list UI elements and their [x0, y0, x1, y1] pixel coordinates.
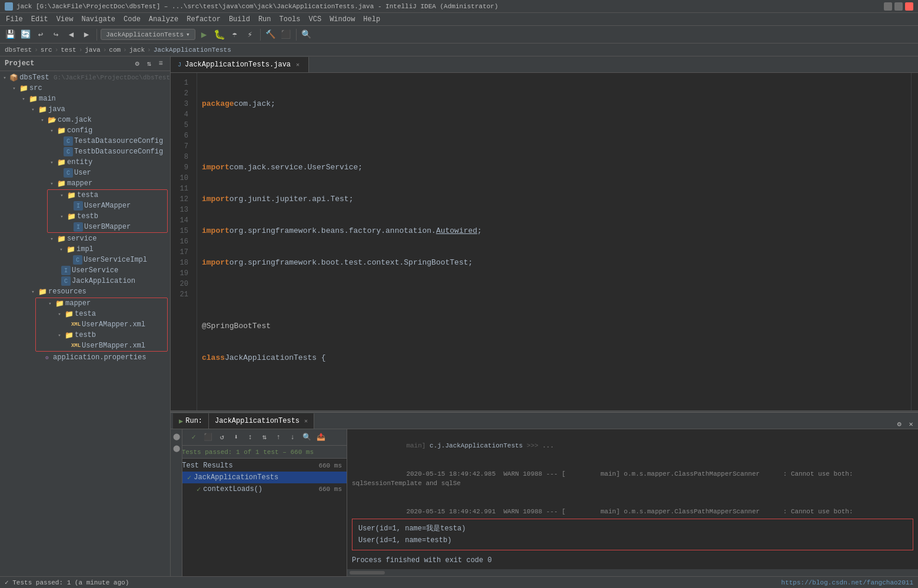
tree-testa[interactable]: ▾ 📁 testa — [48, 190, 167, 201]
tree-jackapplication[interactable]: C JackApplication — [0, 276, 170, 286]
synchronize-btn[interactable]: 🔄 — [19, 28, 32, 41]
breadcrumb-test[interactable]: test — [61, 46, 76, 54]
tree-resources-label: resources — [48, 288, 87, 296]
console-content[interactable]: main] c.j.JackApplicationTests >>> ... 2… — [347, 429, 918, 515]
test-up-btn[interactable]: ↑ — [272, 431, 285, 444]
tree-testb-res[interactable]: ▾ 📁 testb — [36, 330, 167, 340]
jacktests-tab[interactable]: JackApplicationTests ✕ — [209, 413, 314, 429]
breadcrumb-src[interactable]: src — [41, 46, 52, 54]
menu-edit[interactable]: Edit — [28, 14, 52, 25]
test-expand-btn[interactable]: ⇅ — [258, 431, 271, 444]
test-search-btn[interactable]: 🔍 — [300, 431, 313, 444]
run-tab[interactable]: ▶ Run: — [173, 413, 209, 429]
close-btn[interactable] — [905, 2, 913, 11]
tree-userbmapper[interactable]: I UserBMapper — [48, 222, 167, 232]
search-everywhere-btn[interactable]: 🔍 — [300, 28, 313, 41]
menu-vcs[interactable]: VCS — [305, 14, 325, 25]
minimize-btn[interactable] — [884, 2, 892, 11]
run-tab-icon: ▶ — [179, 417, 183, 426]
bottom-close-icon[interactable]: ✕ — [906, 419, 916, 429]
tree-java-main[interactable]: ▾ 📁 java — [0, 104, 170, 115]
tree-resources[interactable]: ▾ 📁 resources — [0, 286, 170, 297]
sidebar-settings-icon[interactable]: ⚙ — [132, 59, 142, 68]
test-contextloads[interactable]: ✓ contextLoads() 660 ms — [171, 483, 347, 495]
sidebar-expand-icon[interactable]: ⇅ — [144, 59, 154, 68]
test-filter-btn[interactable]: ⬇ — [230, 431, 242, 444]
breadcrumb-jack[interactable]: jack — [129, 46, 145, 54]
tree-testa-res[interactable]: ▾ 📁 testa — [36, 309, 167, 319]
tree-config[interactable]: ▾ 📁 config — [0, 125, 170, 136]
back-btn[interactable]: ◀ — [65, 28, 78, 41]
tree-src[interactable]: ▾ 📁 src — [0, 83, 170, 93]
code-content[interactable]: package com.jack; import com.jack.servic… — [197, 73, 911, 410]
tree-service[interactable]: ▾ 📁 service — [0, 233, 170, 244]
test-contextloads-label: contextLoads() — [203, 485, 262, 493]
menu-build[interactable]: Build — [225, 14, 254, 25]
test-passed-icon: ✓ — [187, 431, 200, 444]
tree-mapper[interactable]: ▾ 📁 mapper — [0, 178, 170, 189]
test-rerun-btn[interactable]: ↺ — [215, 431, 228, 444]
side-icon-2[interactable]: ⬤ — [172, 443, 181, 453]
undo-btn[interactable]: ↩ — [34, 28, 47, 41]
tree-mapper-res[interactable]: ▾ 📁 mapper — [36, 298, 167, 309]
jacktests-close-icon[interactable]: ✕ — [304, 417, 308, 425]
menu-window[interactable]: Window — [326, 14, 358, 25]
tab-close-btn[interactable]: ✕ — [294, 61, 301, 68]
side-icon-1[interactable]: ⬤ — [172, 432, 181, 441]
tree-userservice-label: UserService — [72, 266, 118, 275]
tree-testb[interactable]: ▾ 📁 testb — [48, 211, 167, 222]
app-icon — [5, 2, 13, 11]
tree-testb-config[interactable]: C TestbDatasourceConfig — [0, 146, 170, 157]
breadcrumb-dbstest[interactable]: dbsTest — [5, 46, 32, 54]
editor-tab-active[interactable]: J JackApplicationTests.java ✕ — [171, 57, 309, 72]
status-right: https://blog.csdn.net/fangchao2011 — [781, 579, 913, 586]
sidebar-collapse-icon[interactable]: ≡ — [156, 59, 165, 68]
menu-help[interactable]: Help — [360, 14, 384, 25]
build-btn[interactable]: 🔨 — [264, 28, 277, 41]
maximize-btn[interactable] — [894, 2, 903, 11]
coverage-btn[interactable]: ☂ — [228, 28, 241, 41]
save-all-btn[interactable]: 💾 — [4, 28, 16, 41]
test-down-btn[interactable]: ↓ — [286, 431, 299, 444]
stop-btn[interactable]: ⬛ — [280, 28, 292, 41]
tree-application-props[interactable]: ⚙ application.properties — [0, 352, 170, 363]
tree-root[interactable]: ▾ 📦 dbsTest G:\JackFile\ProjectDoc\dbsTe… — [0, 72, 170, 83]
tree-userserviceimpl[interactable]: C UserServiceImpl — [0, 255, 170, 265]
menu-file[interactable]: File — [2, 14, 26, 25]
menu-analyze[interactable]: Analyze — [145, 14, 182, 25]
tree-user[interactable]: C User — [0, 168, 170, 178]
redo-btn[interactable]: ↪ — [49, 28, 62, 41]
profile-btn[interactable]: ⚡ — [244, 28, 257, 41]
tree-entity[interactable]: ▾ 📁 entity — [0, 157, 170, 168]
console-panel: main] c.j.JackApplicationTests >>> ... 2… — [347, 429, 918, 576]
menu-run[interactable]: Run — [255, 14, 275, 25]
tree-useramapper-xml[interactable]: XML UserAMapper.xml — [36, 319, 167, 330]
tree-userservice[interactable]: I UserService — [0, 265, 170, 276]
test-jackapptests-label: JackApplicationTests — [194, 473, 278, 482]
debug-btn[interactable]: 🐛 — [213, 28, 226, 41]
menu-refactor[interactable]: Refactor — [183, 14, 224, 25]
test-sort-btn[interactable]: ↕ — [244, 431, 257, 444]
menu-navigate[interactable]: Navigate — [78, 14, 119, 25]
test-jackapptests[interactable]: ✓ JackApplicationTests — [171, 472, 347, 483]
tree-impl[interactable]: ▾ 📁 impl — [0, 244, 170, 255]
bottom-settings-icon[interactable]: ⚙ — [894, 419, 904, 429]
forward-btn[interactable]: ▶ — [80, 28, 93, 41]
tree-com-jack[interactable]: ▾ 📂 com.jack — [0, 115, 170, 125]
tree-useramapper[interactable]: I UserAMapper — [48, 201, 167, 211]
tree-userbmapper-xml[interactable]: XML UserBMapper.xml — [36, 340, 167, 351]
test-stop-btn[interactable]: ⬛ — [201, 431, 214, 444]
tree-main[interactable]: ▾ 📁 main — [0, 93, 170, 104]
menu-code[interactable]: Code — [120, 14, 144, 25]
menu-tools[interactable]: Tools — [276, 14, 304, 25]
breadcrumb-classname[interactable]: JackApplicationTests — [154, 46, 231, 54]
tree-testa-res-label: testa — [75, 310, 96, 318]
breadcrumb-com[interactable]: com — [109, 46, 121, 54]
test-export-btn[interactable]: 📤 — [314, 431, 327, 444]
tree-testa-config[interactable]: C TestaDatasourceConfig — [0, 136, 170, 146]
run-config-dropdown[interactable]: JackApplicationTests ▾ — [101, 29, 195, 40]
breadcrumb-java[interactable]: java — [85, 46, 100, 54]
test-results-root[interactable]: ✓ Test Results 660 ms — [171, 460, 347, 472]
menu-view[interactable]: View — [53, 14, 77, 25]
run-btn[interactable]: ▶ — [198, 28, 211, 41]
